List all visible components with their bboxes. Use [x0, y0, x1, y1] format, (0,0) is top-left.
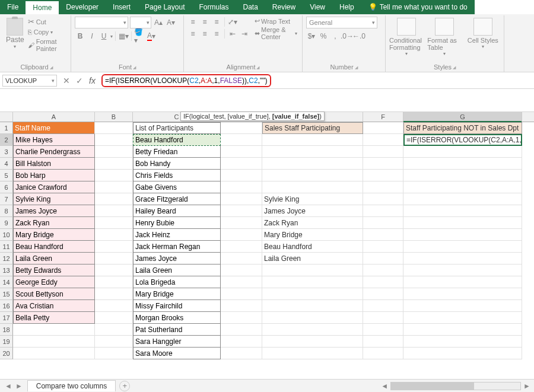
cell-G15[interactable] [403, 288, 522, 300]
cell-E3[interactable] [262, 146, 363, 158]
cell-G4[interactable] [403, 158, 522, 170]
cell-D6[interactable] [221, 181, 262, 193]
cell-G6[interactable] [403, 181, 522, 193]
align-bottom-icon[interactable]: ≡ [211, 17, 222, 27]
cell-A2[interactable]: Mike Hayes [13, 134, 95, 146]
row-header-4[interactable]: 4 [0, 158, 13, 170]
align-left-icon[interactable]: ≡ [187, 28, 198, 39]
select-all-corner[interactable] [0, 112, 13, 122]
cell-D11[interactable] [221, 241, 262, 253]
hscroll-track[interactable] [390, 382, 521, 390]
cell-B1[interactable] [95, 122, 133, 134]
hscroll-right-icon[interactable]: ► [523, 382, 530, 390]
cell-D4[interactable] [221, 158, 262, 170]
cell-C8[interactable]: Hailey Beard [133, 205, 221, 217]
cell-C19[interactable]: Sara Hanggler [133, 336, 221, 348]
increase-decimal-icon[interactable]: .0→ [342, 31, 352, 42]
row-header-12[interactable]: 12 [0, 253, 13, 264]
fx-icon[interactable]: fx [89, 76, 96, 85]
cell-B18[interactable] [95, 324, 133, 336]
cell-C6[interactable]: Gabe Givens [133, 181, 221, 193]
sheet-nav-prev-icon[interactable]: ◄ [5, 382, 12, 390]
cell-A16[interactable]: Ava Cristian [13, 300, 95, 312]
cell-F19[interactable] [363, 336, 403, 348]
row-header-9[interactable]: 9 [0, 217, 13, 229]
cell-G11[interactable] [403, 241, 522, 253]
cell-styles-button[interactable]: Cell Styles▾ [466, 18, 500, 56]
col-header-A[interactable]: A [13, 112, 95, 122]
underline-button[interactable]: U [98, 31, 109, 42]
currency-icon[interactable]: $▾ [306, 31, 317, 42]
cell-B9[interactable] [95, 217, 133, 229]
cell-C5[interactable]: Chris Fields [133, 170, 221, 181]
cell-F11[interactable] [363, 241, 403, 253]
cell-E6[interactable] [262, 181, 363, 193]
cell-E20[interactable] [262, 348, 363, 359]
cell-B17[interactable] [95, 312, 133, 324]
cell-F2[interactable] [363, 134, 403, 146]
cell-C15[interactable]: Mary Bridge [133, 288, 221, 300]
cell-F4[interactable] [363, 158, 403, 170]
cell-B5[interactable] [95, 170, 133, 181]
cell-D9[interactable] [221, 217, 262, 229]
hscroll-left-icon[interactable]: ◄ [381, 382, 388, 390]
align-right-icon[interactable]: ≡ [211, 28, 222, 39]
cell-F20[interactable] [363, 348, 403, 359]
cell-E11[interactable]: Beau Handford [262, 241, 363, 253]
cell-G16[interactable] [403, 300, 522, 312]
cell-G8[interactable] [403, 205, 522, 217]
cell-F6[interactable] [363, 181, 403, 193]
merge-center-button[interactable]: ⬌Merge & Center▾ [253, 26, 298, 41]
cell-C1[interactable]: List of Participants [133, 122, 221, 134]
cell-A1[interactable]: Staff Name [13, 122, 95, 134]
cell-E15[interactable] [262, 288, 363, 300]
sheet-tab-active[interactable]: Compare two columns [27, 380, 116, 391]
align-top-icon[interactable]: ≡ [187, 17, 198, 27]
row-header-3[interactable]: 3 [0, 146, 13, 158]
borders-button[interactable]: ▦▾ [118, 31, 129, 42]
cell-C4[interactable]: Bob Handy [133, 158, 221, 170]
row-header-11[interactable]: 11 [0, 241, 13, 253]
cell-G2[interactable]: =IF(ISERROR(VLOOKUP(C2,A:A,1,FA [403, 134, 522, 146]
cell-F7[interactable] [363, 193, 403, 205]
cell-D12[interactable] [221, 253, 262, 264]
cell-C13[interactable]: Laila Green [133, 264, 221, 276]
align-center-icon[interactable]: ≡ [199, 28, 210, 39]
cell-E17[interactable] [262, 312, 363, 324]
cell-D16[interactable] [221, 300, 262, 312]
cell-A10[interactable]: Mary Bridge [13, 229, 95, 241]
cells-area[interactable]: IF(logical_test, [value_if_true], [value… [13, 122, 534, 359]
cell-D14[interactable] [221, 276, 262, 288]
cell-G19[interactable] [403, 336, 522, 348]
orientation-icon[interactable]: ⤢▾ [227, 17, 238, 27]
cell-D15[interactable] [221, 288, 262, 300]
cell-C17[interactable]: Morgan Brooks [133, 312, 221, 324]
row-header-20[interactable]: 20 [0, 348, 13, 359]
decrease-decimal-icon[interactable]: ←.0 [354, 31, 364, 42]
cell-G7[interactable] [403, 193, 522, 205]
cell-D10[interactable] [221, 229, 262, 241]
row-header-15[interactable]: 15 [0, 288, 13, 300]
cell-D2[interactable] [221, 134, 262, 146]
cell-F17[interactable] [363, 312, 403, 324]
cell-G18[interactable] [403, 324, 522, 336]
cell-A17[interactable]: Bella Petty [13, 312, 95, 324]
tab-developer[interactable]: Developer [59, 0, 106, 14]
cell-F8[interactable] [363, 205, 403, 217]
cell-F9[interactable] [363, 217, 403, 229]
font-color-button[interactable]: A▾ [146, 31, 157, 42]
cell-D7[interactable] [221, 193, 262, 205]
cell-C20[interactable]: Sara Moore [133, 348, 221, 359]
paste-button[interactable]: Paste▾ [6, 17, 24, 53]
cell-A12[interactable]: Laila Green [13, 253, 95, 264]
cell-A9[interactable]: Zack Ryan [13, 217, 95, 229]
cell-F10[interactable] [363, 229, 403, 241]
row-header-2[interactable]: 2 [0, 134, 13, 146]
cell-F15[interactable] [363, 288, 403, 300]
row-header-6[interactable]: 6 [0, 181, 13, 193]
enter-formula-icon[interactable]: ✓ [76, 76, 83, 85]
cell-B8[interactable] [95, 205, 133, 217]
cell-F12[interactable] [363, 253, 403, 264]
cell-B12[interactable] [95, 253, 133, 264]
cell-B11[interactable] [95, 241, 133, 253]
